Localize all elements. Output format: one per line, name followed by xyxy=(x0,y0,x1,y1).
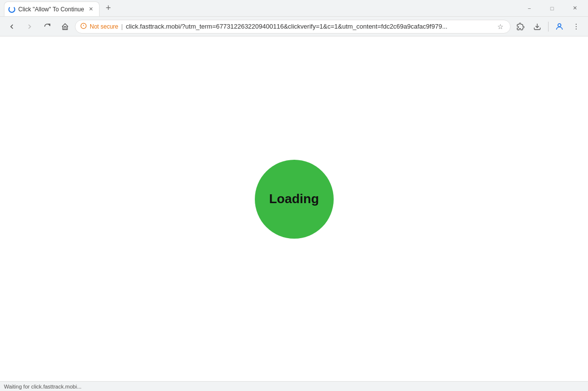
active-tab[interactable]: Click "Allow" To Continue ✕ xyxy=(4,1,100,16)
tab-title: Click "Allow" To Continue xyxy=(18,6,84,13)
nav-right-icons xyxy=(513,19,584,35)
url-text: click.fasttrack.mobi/?utm_term=677312263… xyxy=(126,23,492,30)
address-bar[interactable]: Not secure | click.fasttrack.mobi/?utm_t… xyxy=(75,20,511,34)
separator: | xyxy=(121,23,123,30)
window-controls: − □ ✕ xyxy=(516,0,588,16)
svg-point-6 xyxy=(576,26,577,27)
home-button[interactable] xyxy=(57,19,73,35)
more-options-button[interactable] xyxy=(568,19,584,35)
back-button[interactable] xyxy=(4,19,20,35)
svg-point-7 xyxy=(576,28,577,29)
not-secure-label: Not secure xyxy=(90,23,118,30)
status-text: Waiting for click.fasttrack.mobi... xyxy=(4,384,81,390)
status-bar: Waiting for click.fasttrack.mobi... xyxy=(0,381,588,391)
loading-text: Loading xyxy=(269,191,319,207)
maximize-button[interactable]: □ xyxy=(541,0,563,17)
close-button[interactable]: ✕ xyxy=(563,0,586,17)
loading-circle: Loading xyxy=(255,160,334,239)
reload-button[interactable] xyxy=(39,19,55,35)
extensions-button[interactable] xyxy=(513,19,528,35)
security-icon xyxy=(80,23,87,31)
bookmark-button[interactable]: ☆ xyxy=(495,22,505,32)
page-content: Loading xyxy=(0,36,588,381)
tab-loading-icon xyxy=(8,6,15,13)
forward-button[interactable] xyxy=(22,19,37,35)
minimize-button[interactable]: − xyxy=(518,0,541,17)
downloads-button[interactable] xyxy=(529,19,545,35)
tab-close-button[interactable]: ✕ xyxy=(87,5,95,13)
new-tab-button[interactable]: + xyxy=(102,1,115,15)
svg-point-4 xyxy=(558,24,561,27)
nav-divider xyxy=(548,22,549,32)
profile-button[interactable] xyxy=(552,19,567,35)
svg-point-5 xyxy=(576,24,577,25)
title-bar: Click "Allow" To Continue ✕ + − □ ✕ xyxy=(0,0,588,17)
nav-bar: Not secure | click.fasttrack.mobi/?utm_t… xyxy=(0,17,588,36)
tab-strip: Click "Allow" To Continue ✕ + xyxy=(0,0,516,16)
